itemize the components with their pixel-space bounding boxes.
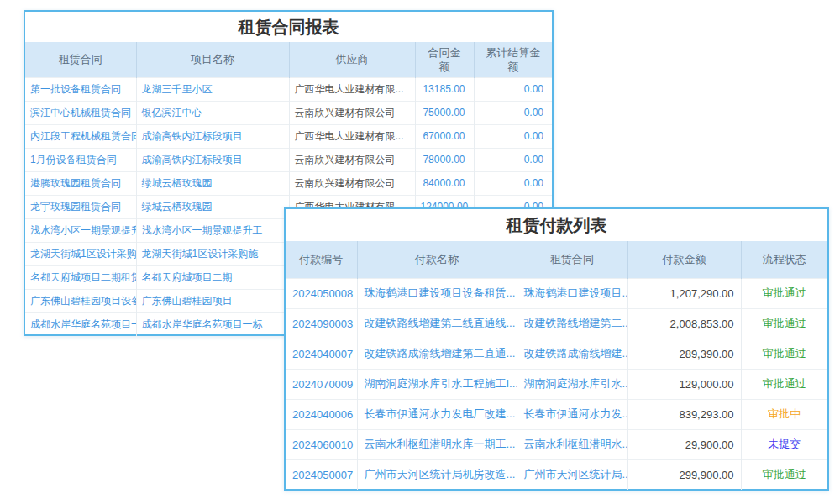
payment-name-cell[interactable]: 云南水利枢纽潜明水库一期工... [357, 429, 517, 459]
project-cell[interactable]: 绿城云栖玫瑰园 [136, 171, 289, 195]
table-row: 2024060010云南水利枢纽潜明水库一期工...云南水利枢纽潜明水...29… [286, 429, 827, 459]
table-row: 2024090003改建铁路线增建第二线直通线...改建铁路线增建第二...2,… [286, 308, 827, 339]
settled-amount-cell: 0.00 [474, 171, 552, 195]
contract-amount-cell: 67000.00 [415, 124, 474, 148]
project-cell[interactable]: 银亿滨江中心 [136, 101, 289, 124]
contract-cell[interactable]: 内江段工程机械租赁合同 [25, 124, 136, 148]
payment-list-table: 付款编号付款名称租赁合同付款金额流程状态 2024050008珠海鹤港口建设项目… [286, 241, 827, 490]
lease-contract-cell[interactable]: 长春市伊通河水力发... [517, 399, 627, 429]
column-header: 供应商 [289, 42, 415, 77]
lease-contract-cell[interactable]: 改建铁路成渝线增建... [517, 339, 627, 369]
payment-no-cell[interactable]: 2024070009 [286, 369, 357, 399]
payment-amount-cell: 129,000.00 [627, 369, 741, 399]
payment-amount-cell: 839,293.00 [627, 399, 741, 429]
contract-cell[interactable]: 1月份设备租赁合同 [25, 148, 136, 171]
project-cell[interactable]: 成渝高铁内江标段项目 [136, 148, 289, 171]
payment-amount-cell: 2,008,853.00 [627, 308, 741, 339]
table-row: 第一批设备租赁合同龙湖三千里小区广西华电大业建材有限...13185.000.0… [25, 77, 552, 101]
contract-amount-cell: 78000.00 [415, 148, 474, 171]
status-cell: 审批通过 [741, 369, 827, 399]
status-cell: 审批通过 [741, 339, 827, 369]
lease-contract-cell[interactable]: 湖南洞庭湖水库引水... [517, 369, 627, 399]
contract-cell[interactable]: 浅水湾小区一期景观提升 [25, 218, 136, 242]
settled-amount-cell: 0.00 [474, 148, 552, 171]
payment-no-cell[interactable]: 2024060010 [286, 429, 357, 459]
payment-no-cell[interactable]: 2024050007 [286, 459, 357, 490]
payment-no-cell[interactable]: 2024040006 [286, 399, 357, 429]
contract-amount-cell: 84000.00 [415, 171, 474, 195]
contract-cell[interactable]: 滨江中心机械租赁合同 [25, 101, 136, 124]
supplier-cell: 云南欣兴建材有限公司 [289, 148, 415, 171]
payment-no-cell[interactable]: 2024040007 [286, 339, 357, 369]
lease-contract-cell[interactable]: 广州市天河区统计局... [517, 459, 627, 490]
column-header: 付款金额 [627, 241, 741, 278]
payment-name-cell[interactable]: 改建铁路成渝线增建第二直通... [357, 339, 517, 369]
payment-name-cell[interactable]: 长春市伊通河水力发电厂改建... [357, 399, 517, 429]
payment-amount-cell: 1,207,290.00 [627, 278, 741, 308]
contract-amount-cell: 75000.00 [415, 101, 474, 124]
project-cell[interactable]: 绿城云栖玫瑰园 [136, 195, 289, 218]
payment-list-title: 租赁付款列表 [286, 209, 827, 241]
payment-no-cell[interactable]: 2024050008 [286, 278, 357, 308]
report-page: 租赁合同报表 租赁合同项目名称供应商合同金额累计结算金额 第一批设备租赁合同龙湖… [0, 0, 840, 504]
payment-name-cell[interactable]: 湖南洞庭湖水库引水工程施工I... [357, 369, 517, 399]
column-header: 付款编号 [286, 241, 357, 278]
contract-cell[interactable]: 名都天府城项目二期租赁 [25, 265, 136, 289]
project-cell[interactable]: 名都天府城项目二期 [136, 265, 289, 289]
lease-contract-cell[interactable]: 珠海鹤港口建设项目... [517, 278, 627, 308]
column-header: 租赁合同 [517, 241, 627, 278]
payment-no-cell[interactable]: 2024090003 [286, 308, 357, 339]
settled-amount-cell: 0.00 [474, 77, 552, 101]
contract-report-title: 租赁合同报表 [25, 12, 552, 42]
table-row: 1月份设备租赁合同成渝高铁内江标段项目云南欣兴建材有限公司78000.000.0… [25, 148, 552, 171]
supplier-cell: 云南欣兴建材有限公司 [289, 171, 415, 195]
table-row: 内江段工程机械租赁合同成渝高铁内江标段项目广西华电大业建材有限...67000.… [25, 124, 552, 148]
supplier-cell: 云南欣兴建材有限公司 [289, 101, 415, 124]
project-cell[interactable]: 浅水湾小区一期景观提升工 [136, 218, 289, 242]
project-cell[interactable]: 广东佛山碧桂园项目 [136, 289, 289, 312]
payment-name-cell[interactable]: 广州市天河区统计局机房改造... [357, 459, 517, 490]
table-row: 2024050008珠海鹤港口建设项目设备租赁...珠海鹤港口建设项目...1,… [286, 278, 827, 308]
column-header: 合同金额 [415, 42, 474, 77]
contract-amount-cell: 13185.00 [415, 77, 474, 101]
contract-cell[interactable]: 龙宇玫瑰园租赁合同 [25, 195, 136, 218]
table-row: 滨江中心机械租赁合同银亿滨江中心云南欣兴建材有限公司75000.000.00 [25, 101, 552, 124]
status-cell: 审批通过 [741, 278, 827, 308]
table-row: 2024070009湖南洞庭湖水库引水工程施工I...湖南洞庭湖水库引水...1… [286, 369, 827, 399]
payment-amount-cell: 299,900.00 [627, 459, 741, 490]
table-row: 2024050007广州市天河区统计局机房改造...广州市天河区统计局...29… [286, 459, 827, 490]
payment-list-card: 租赁付款列表 付款编号付款名称租赁合同付款金额流程状态 2024050008珠海… [284, 207, 829, 491]
contract-cell[interactable]: 港腾玫瑰园租赁合同 [25, 171, 136, 195]
table-row: 2024040006长春市伊通河水力发电厂改建...长春市伊通河水力发...83… [286, 399, 827, 429]
project-cell[interactable]: 龙湖天街城1区设计采购施 [136, 242, 289, 265]
status-cell: 审批中 [741, 399, 827, 429]
settled-amount-cell: 0.00 [474, 124, 552, 148]
status-cell: 未提交 [741, 429, 827, 459]
payment-list-header: 付款编号付款名称租赁合同付款金额流程状态 [286, 241, 827, 278]
payment-amount-cell: 29,900.00 [627, 429, 741, 459]
payment-name-cell[interactable]: 改建铁路线增建第二线直通线... [357, 308, 517, 339]
column-header: 项目名称 [136, 42, 289, 77]
lease-contract-cell[interactable]: 改建铁路线增建第二... [517, 308, 627, 339]
column-header: 累计结算金额 [474, 42, 552, 77]
column-header: 流程状态 [741, 241, 827, 278]
supplier-cell: 广西华电大业建材有限... [289, 124, 415, 148]
status-cell: 审批通过 [741, 459, 827, 490]
project-cell[interactable]: 成都水岸华庭名苑项目一标 [136, 312, 289, 336]
column-header: 付款名称 [357, 241, 517, 278]
project-cell[interactable]: 龙湖三千里小区 [136, 77, 289, 101]
payment-amount-cell: 289,390.00 [627, 339, 741, 369]
payment-name-cell[interactable]: 珠海鹤港口建设项目设备租赁... [357, 278, 517, 308]
lease-contract-cell[interactable]: 云南水利枢纽潜明水... [517, 429, 627, 459]
table-row: 2024040007改建铁路成渝线增建第二直通...改建铁路成渝线增建...28… [286, 339, 827, 369]
contract-cell[interactable]: 第一批设备租赁合同 [25, 77, 136, 101]
contract-report-header: 租赁合同项目名称供应商合同金额累计结算金额 [25, 42, 552, 77]
supplier-cell: 广西华电大业建材有限... [289, 77, 415, 101]
contract-cell[interactable]: 广东佛山碧桂园项目设备 [25, 289, 136, 312]
table-row: 港腾玫瑰园租赁合同绿城云栖玫瑰园云南欣兴建材有限公司84000.000.00 [25, 171, 552, 195]
status-cell: 审批通过 [741, 308, 827, 339]
contract-cell[interactable]: 龙湖天街城1区设计采购 [25, 242, 136, 265]
project-cell[interactable]: 成渝高铁内江标段项目 [136, 124, 289, 148]
contract-cell[interactable]: 成都水岸华庭名苑项目一 [25, 312, 136, 336]
settled-amount-cell: 0.00 [474, 101, 552, 124]
